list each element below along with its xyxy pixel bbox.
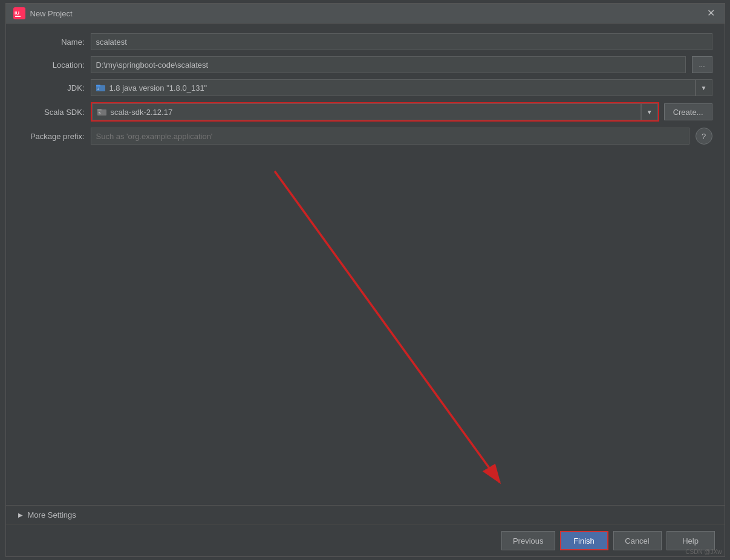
svg-rect-7 xyxy=(97,109,102,111)
annotation-arrow xyxy=(6,154,725,505)
dialog-title: New Project xyxy=(30,9,73,18)
location-row: Location: ... xyxy=(18,56,712,73)
name-label: Name: xyxy=(18,37,85,47)
jdk-row: JDK: J 1.8 java version "1.8.0_131" ▼ xyxy=(18,79,712,96)
jdk-dropdown-button[interactable]: ▼ xyxy=(696,79,712,96)
scala-sdk-display: S scala-sdk-2.12.17 xyxy=(92,103,641,120)
scala-sdk-label: Scala SDK: xyxy=(18,108,85,117)
jdk-dropdown-arrow: ▼ xyxy=(701,85,707,91)
title-bar: IU New Project ✕ xyxy=(6,4,725,24)
watermark: CSDN @JXw xyxy=(685,549,722,555)
location-input[interactable] xyxy=(91,56,686,73)
location-label: Location: xyxy=(18,60,85,70)
title-bar-left: IU New Project xyxy=(13,7,73,19)
browse-button[interactable]: ... xyxy=(692,56,712,73)
jdk-value: 1.8 java version "1.8.0_131" xyxy=(109,83,207,93)
svg-rect-4 xyxy=(96,85,100,86)
jdk-folder-icon: J xyxy=(96,83,106,92)
close-button[interactable]: ✕ xyxy=(705,7,717,19)
cancel-button[interactable]: Cancel xyxy=(613,531,662,550)
name-row: Name: xyxy=(18,33,712,50)
scala-sdk-highlight-box: S scala-sdk-2.12.17 ▼ xyxy=(91,102,659,122)
scala-sdk-value: scala-sdk-2.12.17 xyxy=(111,108,173,117)
svg-text:J: J xyxy=(97,87,99,91)
more-settings[interactable]: ▶ More Settings xyxy=(6,505,725,524)
form-area: Name: Location: ... JDK: J 1.8 java ve xyxy=(6,24,725,154)
footer: Previous Finish Cancel Help CSDN @JXw xyxy=(6,524,725,556)
previous-button[interactable]: Previous xyxy=(501,531,555,550)
scala-sdk-dropdown-button[interactable]: ▼ xyxy=(641,103,658,120)
finish-button[interactable]: Finish xyxy=(560,531,608,550)
content-area xyxy=(6,154,725,505)
more-settings-label: More Settings xyxy=(28,510,76,519)
svg-line-10 xyxy=(275,171,500,483)
jdk-select-wrapper: J 1.8 java version "1.8.0_131" ▼ xyxy=(91,79,712,96)
package-help-button[interactable]: ? xyxy=(696,128,712,145)
create-button[interactable]: Create... xyxy=(664,103,712,120)
help-button[interactable]: Help xyxy=(666,531,715,550)
package-label: Package prefix: xyxy=(18,132,85,141)
more-settings-arrow-icon: ▶ xyxy=(18,512,23,518)
intellij-icon: IU xyxy=(13,7,25,19)
scala-sdk-dropdown-arrow: ▼ xyxy=(647,109,653,116)
jdk-label: JDK: xyxy=(18,83,85,93)
svg-text:IU: IU xyxy=(15,10,19,16)
svg-rect-1 xyxy=(15,16,21,17)
scala-sdk-row: Scala SDK: S scala-sdk-2.12.17 ▼ xyxy=(18,102,712,122)
package-prefix-row: Package prefix: ? xyxy=(18,128,712,145)
new-project-dialog: IU New Project ✕ Name: Location: ... JDK… xyxy=(5,3,725,557)
name-input[interactable] xyxy=(91,33,712,50)
package-input[interactable] xyxy=(91,128,689,145)
scala-folder-icon: S xyxy=(97,108,107,116)
